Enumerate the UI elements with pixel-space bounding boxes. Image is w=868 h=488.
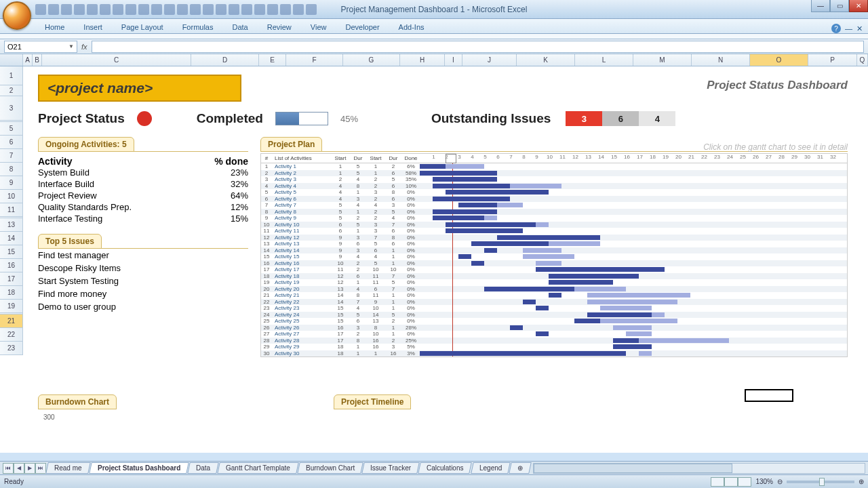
gantt-row[interactable]: 11Activity 1161360% (261, 228, 847, 235)
col-N[interactable]: N (692, 54, 750, 66)
gantt-row[interactable]: 24Activity 241551450% (261, 312, 847, 319)
row-headers[interactable]: 12356789101113141516171819212223 (0, 66, 23, 355)
col-C[interactable]: C (42, 54, 191, 66)
gantt-row[interactable]: 1Activity 115126% (261, 163, 847, 170)
zoom-out-icon[interactable]: ⊖ (777, 478, 783, 485)
active-cell-o21[interactable] (745, 389, 793, 402)
gantt-row[interactable]: 15Activity 1594410% (261, 253, 847, 260)
gantt-row[interactable]: 13Activity 1396560% (261, 241, 847, 247)
ribbon-tab-page-layout[interactable]: Page Layout (112, 21, 173, 33)
col-P[interactable]: P (808, 54, 857, 66)
sheet-nav-last[interactable]: ⏭ (35, 463, 46, 474)
gantt-row[interactable]: 20Activity 20134670% (261, 286, 847, 293)
fx-icon[interactable]: fx (81, 43, 87, 51)
gantt-row[interactable]: 18Activity 181261170% (261, 273, 847, 280)
ribbon-minimize-icon[interactable]: — (845, 24, 852, 33)
insert-sheet[interactable]: ⊕ (509, 462, 532, 474)
col-H[interactable]: H (400, 54, 445, 66)
help-icon[interactable]: ? (831, 24, 841, 33)
quick-access-toolbar[interactable] (35, 4, 317, 15)
gantt-row[interactable]: 30Activity 301811163% (261, 350, 847, 357)
gantt-row[interactable]: 21Activity 211481110% (261, 292, 847, 299)
gantt-row[interactable]: 17Activity 1711210100% (261, 266, 847, 273)
sheet-nav-next[interactable]: ▶ (24, 463, 35, 474)
sheet-tab[interactable]: Burndown Chart (297, 462, 363, 474)
gantt-row[interactable]: 2Activity 2151658% (261, 170, 847, 177)
view-layout[interactable] (724, 477, 738, 487)
gantt-row[interactable]: 23Activity 231541010% (261, 305, 847, 312)
minimize-button[interactable]: — (811, 0, 830, 12)
gantt-row[interactable]: 29Activity 291811635% (261, 344, 847, 350)
gantt-row[interactable]: 9Activity 952240% (261, 215, 847, 222)
activity-row: Interface Build32% (38, 178, 248, 190)
col-Q[interactable]: Q (857, 54, 868, 66)
gantt-row[interactable]: 28Activity 2817816225% (261, 338, 847, 344)
ribbon-tab-add-ins[interactable]: Add-Ins (389, 21, 434, 33)
worksheet-area[interactable]: 12356789101113141516171819212223 <projec… (0, 66, 868, 453)
issue-item: Demo to user group (38, 300, 248, 313)
activity-row: Interface Testing15% (38, 213, 248, 224)
window-title: Project Management Dashboard 1 - Microso… (341, 5, 528, 14)
col-G[interactable]: G (343, 54, 400, 66)
issues-counts: 3 6 4 (566, 111, 675, 126)
close-button[interactable]: ✕ (849, 0, 868, 12)
maximize-button[interactable]: ▭ (830, 0, 849, 12)
sheet-tab[interactable]: Issue Tracker (361, 462, 420, 474)
ribbon-tab-home[interactable]: Home (35, 21, 74, 33)
ribbon-tab-data[interactable]: Data (222, 21, 257, 33)
gantt-row[interactable]: 8Activity 851250% (261, 209, 847, 216)
col-K[interactable]: K (517, 54, 575, 66)
sheet-nav-first[interactable]: ⏮ (3, 463, 14, 474)
gantt-row[interactable]: 12Activity 1293780% (261, 235, 847, 241)
gantt-row[interactable]: 26Activity 261638128% (261, 325, 847, 331)
gantt-row[interactable]: 16Activity 16102510% (261, 260, 847, 267)
office-button[interactable] (3, 1, 31, 30)
gantt-row[interactable]: 19Activity 191211150% (261, 279, 847, 286)
zoom-slider[interactable] (787, 481, 854, 483)
sheet-tab[interactable]: Data (187, 462, 219, 474)
name-box[interactable]: O21▼ (4, 41, 77, 53)
ribbon-tab-developer[interactable]: Developer (336, 21, 389, 33)
horizontal-scrollbar[interactable] (533, 463, 865, 474)
ribbon-tab-formulas[interactable]: Formulas (173, 21, 223, 33)
sheet-tab[interactable]: Calculations (418, 462, 472, 474)
sheet-tab[interactable]: Read me (45, 462, 90, 474)
gantt-row[interactable]: 25Activity 251561320% (261, 318, 847, 325)
gantt-row[interactable]: 4Activity 4482610% (261, 183, 847, 190)
col-O[interactable]: O (750, 54, 808, 66)
sheet-tab[interactable]: Project Status Dashboard (89, 462, 189, 474)
view-normal[interactable] (711, 477, 724, 487)
col-J[interactable]: J (462, 54, 517, 66)
sheet-nav-prev[interactable]: ◀ (14, 463, 24, 474)
view-pagebreak[interactable] (738, 477, 751, 487)
col-I[interactable]: I (445, 54, 462, 66)
issue-item: Find more money (38, 287, 248, 300)
col-M[interactable]: M (633, 54, 692, 66)
col-L[interactable]: L (575, 54, 633, 66)
gantt-row[interactable]: 5Activity 541380% (261, 189, 847, 196)
gantt-row[interactable]: 3Activity 3242535% (261, 176, 847, 183)
col-B[interactable]: B (33, 54, 42, 66)
col-F[interactable]: F (286, 54, 343, 66)
col-E[interactable]: E (259, 54, 286, 66)
gantt-row[interactable]: 10Activity 1065370% (261, 222, 847, 228)
ribbon-tab-review[interactable]: Review (258, 21, 301, 33)
gantt-row[interactable]: 14Activity 1493610% (261, 247, 847, 254)
formula-input[interactable] (92, 41, 864, 53)
gantt-row[interactable]: 22Activity 22147910% (261, 299, 847, 306)
sheet-tab[interactable]: Gantt Chart Template (217, 462, 298, 474)
gantt-chart[interactable]: #List of ActivitiesStartDurStartDurDone1… (260, 153, 848, 357)
ribbon-tab-insert[interactable]: Insert (74, 21, 112, 33)
project-name-cell[interactable]: <project name> (38, 75, 241, 102)
gantt-row[interactable]: 7Activity 754430% (261, 202, 847, 209)
doc-close-icon[interactable]: ✕ (856, 24, 863, 33)
column-headers[interactable]: ABCDEFGHIJKLMNOPQ (0, 54, 868, 66)
col-A[interactable]: A (23, 54, 33, 66)
gantt-row[interactable]: 6Activity 643260% (261, 196, 847, 203)
ribbon-tab-view[interactable]: View (301, 21, 336, 33)
zoom-in-icon[interactable]: ⊕ (859, 478, 864, 485)
sheet-tab[interactable]: Legend (471, 462, 511, 474)
outstanding-issues-label: Outstanding Issues (431, 111, 551, 126)
col-D[interactable]: D (191, 54, 259, 66)
gantt-row[interactable]: 27Activity 271721010% (261, 331, 847, 338)
